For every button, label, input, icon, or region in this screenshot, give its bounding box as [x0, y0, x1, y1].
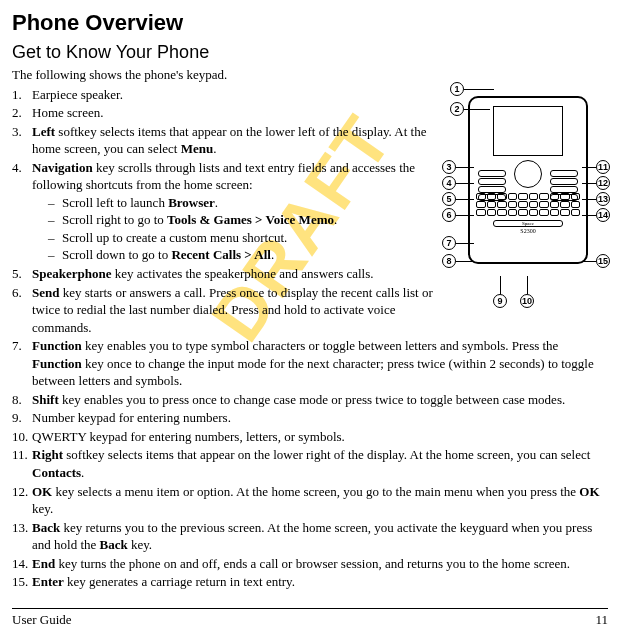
phone-spacebar: Space [493, 220, 563, 227]
callout-10: 10 [520, 294, 534, 308]
list-item: QWERTY keypad for entering numbers, lett… [12, 428, 608, 446]
list-item: Send key starts or answers a call. Press… [12, 284, 437, 337]
callout-14: 14 [596, 208, 610, 222]
phone-body: Space S2300 [468, 96, 588, 264]
section-subtitle: Get to Know Your Phone [12, 40, 608, 64]
list-item: Function key enables you to type symbol … [12, 337, 608, 390]
sub-list-item: Scroll up to create a custom menu shortc… [48, 229, 437, 247]
list-item: Earpiece speaker. [12, 86, 437, 104]
callout-7: 7 [442, 236, 456, 250]
list-item: Navigation key scrolls through lists and… [12, 159, 437, 264]
callout-4: 4 [442, 176, 456, 190]
list-item: Left softkey selects items that appear o… [12, 123, 437, 158]
phone-right-buttons [550, 170, 578, 201]
list-item: End key turns the phone on and off, ends… [12, 555, 608, 573]
list-item: Shift key enables you to press once to c… [12, 391, 608, 409]
list-item: Number keypad for entering numbers. [12, 409, 608, 427]
page-footer: User Guide 11 [12, 608, 608, 629]
list-item: Speakerphone key activates the speakerph… [12, 265, 437, 283]
phone-dpad [514, 160, 542, 188]
footer-left: User Guide [12, 611, 72, 629]
list-item: Right softkey selects items that appear … [12, 446, 608, 481]
callout-2: 2 [450, 102, 464, 116]
list-item: OK key selects a menu item or option. At… [12, 483, 608, 518]
callout-5: 5 [442, 192, 456, 206]
callout-9: 9 [493, 294, 507, 308]
footer-page-number: 11 [595, 611, 608, 629]
callout-6: 6 [442, 208, 456, 222]
callout-13: 13 [596, 192, 610, 206]
list-item: Home screen. [12, 104, 437, 122]
callout-12: 12 [596, 176, 610, 190]
callout-3: 3 [442, 160, 456, 174]
sub-list-item: Scroll left to launch Browser. [48, 194, 437, 212]
list-item: Back key returns you to the previous scr… [12, 519, 608, 554]
callout-8: 8 [442, 254, 456, 268]
callout-1: 1 [450, 82, 464, 96]
list-item: Enter key generates a carriage return in… [12, 573, 608, 591]
phone-model-label: S2300 [470, 227, 586, 235]
sub-list: Scroll left to launch Browser. Scroll ri… [32, 194, 437, 264]
callout-11: 11 [596, 160, 610, 174]
phone-diagram: Space S2300 1 2 3 4 5 6 7 8 9 10 11 12 1… [448, 76, 608, 326]
sub-list-item: Scroll down to go to Recent Calls > All. [48, 246, 437, 264]
phone-left-buttons [478, 170, 506, 201]
page-title: Phone Overview [12, 8, 608, 38]
sub-list-item: Scroll right to go to Tools & Games > Vo… [48, 211, 437, 229]
phone-screen [493, 106, 563, 156]
callout-15: 15 [596, 254, 610, 268]
